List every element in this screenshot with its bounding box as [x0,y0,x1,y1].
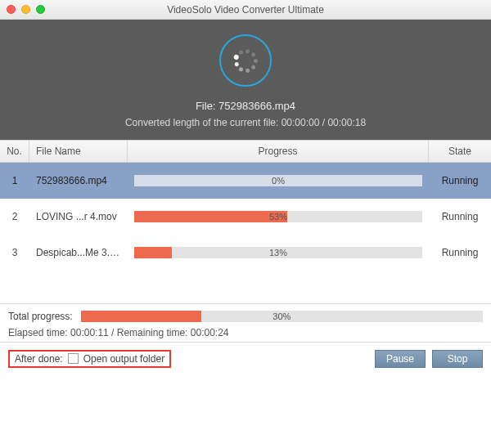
elapsed-remaining-label: Elapsed time: 00:00:11 / Remaining time:… [8,327,483,338]
row-state: Running [429,247,491,258]
after-done-label: After done: [15,353,63,365]
col-no: No. [0,141,29,162]
open-output-folder-checkbox[interactable] [68,353,79,364]
row-progress: 53% [128,211,429,222]
table-header: No. File Name Progress State [0,140,491,163]
window-controls [7,5,45,14]
bottom-bar: After done: Open output folder Pause Sto… [0,342,491,374]
window-title: VideoSolo Video Converter Ultimate [0,4,491,16]
row-no: 1 [0,175,29,186]
conversion-hero: File: 752983666.mp4 Converted length of … [0,20,491,140]
row-filename: Despicab...Me 3.avi [29,247,128,258]
col-progress: Progress [128,141,429,162]
table-row[interactable]: 1752983666.mp40%Running [0,163,491,199]
current-file-label: File: 752983666.mp4 [0,100,491,112]
row-state: Running [429,175,491,186]
table-row[interactable]: 3Despicab...Me 3.avi13%Running [0,235,491,271]
stop-button[interactable]: Stop [432,350,483,368]
open-output-folder-label: Open output folder [83,353,164,365]
total-progress-bar: 30% [81,311,483,322]
row-state: Running [429,211,491,222]
close-icon[interactable] [7,5,16,14]
titlebar: VideoSolo Video Converter Ultimate [0,0,491,20]
row-progress: 0% [128,175,429,186]
footer-summary: Total progress: 30% Elapsed time: 00:00:… [0,303,491,342]
row-filename: LOVING ...r 4.mov [29,211,128,222]
zoom-icon[interactable] [36,5,45,14]
file-list: 1752983666.mp40%Running2LOVING ...r 4.mo… [0,163,491,271]
row-no: 3 [0,247,29,258]
pause-button[interactable]: Pause [375,350,426,368]
total-progress-label: Total progress: [8,311,73,322]
row-progress: 13% [128,247,429,258]
row-filename: 752983666.mp4 [29,175,128,186]
table-row[interactable]: 2LOVING ...r 4.mov53%Running [0,199,491,235]
converted-length-label: Converted length of the current file: 00… [0,117,491,128]
after-done-group: After done: Open output folder [8,350,171,368]
spinner-ring [219,34,272,87]
spinner-icon [232,47,259,74]
col-name: File Name [29,141,128,162]
minimize-icon[interactable] [21,5,30,14]
col-state: State [429,141,491,162]
total-progress-pct: 30% [81,311,483,322]
row-no: 2 [0,211,29,222]
